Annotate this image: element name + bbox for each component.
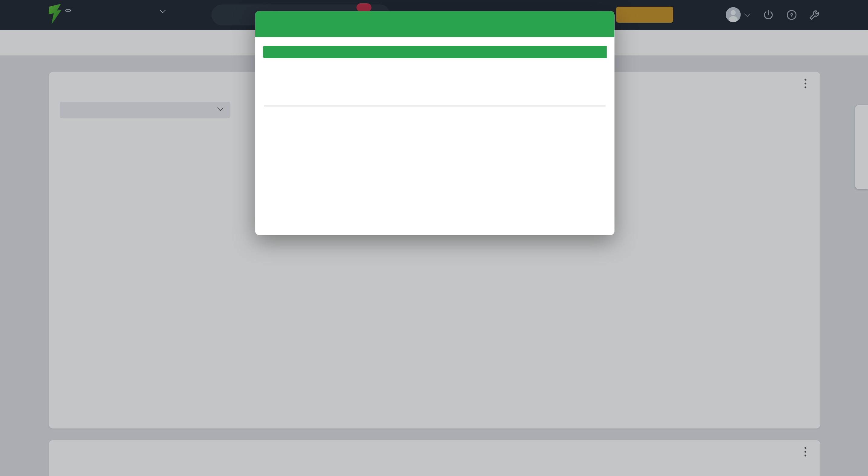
progress-label [263, 46, 607, 58]
tabline [264, 105, 606, 106]
close-icon[interactable] [600, 24, 607, 25]
onboarding-modal [255, 11, 615, 235]
progress-bar [263, 46, 607, 58]
app-root: ? [0, 0, 868, 476]
modal-header [255, 11, 615, 37]
